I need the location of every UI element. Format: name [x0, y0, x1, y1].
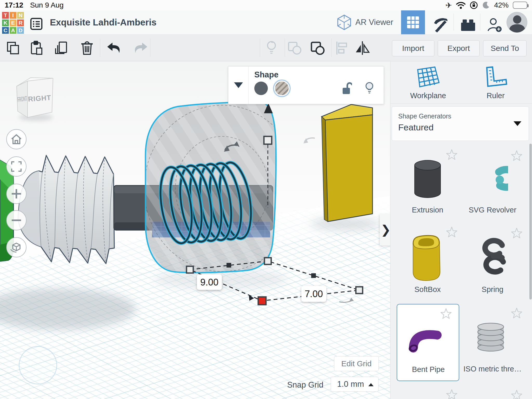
brick-export-button[interactable] [458, 17, 478, 34]
tile-label: Extrusion [396, 206, 459, 214]
redo-button[interactable] [134, 41, 149, 56]
workplane-tool[interactable]: Workplane [406, 66, 450, 100]
viewport-canvas[interactable]: 9.00 7.00 RIGHT FRONT [0, 61, 390, 399]
star-icon[interactable] [511, 228, 522, 240]
design-properties-button[interactable] [29, 17, 44, 31]
shape-tile-softbox[interactable] [407, 233, 445, 284]
group-button[interactable] [287, 41, 302, 56]
shape-generators-dropdown[interactable]: Shape Generators Featured [392, 107, 529, 141]
lego-brick-icon [461, 19, 476, 31]
logo-letter: T [2, 12, 9, 19]
dimension-width[interactable]: 9.00 [197, 274, 222, 290]
group-icon [288, 41, 302, 55]
perspective-toggle-button[interactable] [6, 237, 26, 257]
tile-label: ISO metric thre… [460, 365, 525, 373]
design-title[interactable]: Exquisite Lahdi-Amberis [50, 10, 156, 34]
star-icon[interactable] [446, 389, 457, 399]
shape-tile-bent-pipe-selected[interactable]: Bent Pipe [397, 304, 459, 381]
ortho-cube-icon [10, 242, 23, 253]
logo-letter: C [2, 27, 9, 34]
corner-scale-handle[interactable] [356, 287, 363, 294]
rotate-handle-faded[interactable] [303, 138, 315, 143]
star-icon[interactable] [440, 308, 452, 320]
star-icon[interactable] [511, 390, 522, 399]
divider [100, 38, 100, 57]
solid-color-swatch[interactable] [254, 82, 268, 95]
shapes-sidebar: Workplane Ruler Shape Generators Feature… [390, 61, 532, 399]
tinkercad-logo[interactable]: T I N K E R C A D [2, 12, 24, 34]
align-button[interactable] [334, 41, 349, 56]
edit-grid-button[interactable]: Edit Grid [334, 356, 379, 371]
shape-tile-spring[interactable] [478, 236, 507, 281]
ruler-tool[interactable]: Ruler [474, 66, 518, 100]
show-all-button[interactable] [264, 41, 279, 56]
send-to-button[interactable]: Send To [483, 40, 527, 56]
corner-scale-handle[interactable] [264, 258, 271, 264]
ar-viewer-button[interactable]: AR Viewer [337, 10, 393, 34]
shape-tile-iso-metric-thread[interactable] [474, 317, 508, 358]
tile-label: SVG Revolver [461, 206, 524, 214]
orbit-control[interactable] [19, 346, 57, 384]
divider [285, 38, 285, 57]
paste-button[interactable] [29, 41, 44, 56]
snap-grid-dropdown[interactable]: 1.0 mm [331, 377, 378, 392]
star-icon[interactable] [511, 150, 522, 162]
active-corner-handle-red[interactable] [258, 297, 266, 305]
zoom-out-button[interactable] [6, 210, 26, 230]
collapse-panel-button[interactable] [228, 66, 249, 104]
ar-viewer-label: AR Viewer [355, 18, 393, 27]
edge-scale-handle[interactable] [227, 263, 231, 268]
divider [390, 103, 532, 104]
undo-icon [106, 42, 121, 54]
shape-tile-svg-revolver[interactable] [474, 165, 508, 192]
fit-view-icon [11, 161, 22, 172]
ios-status-bar: 17:12 Sun 9 Aug ✈ 42% [0, 0, 532, 10]
undo-button[interactable] [106, 41, 121, 56]
list-icon [30, 17, 43, 30]
extrusion-thumb [411, 156, 444, 202]
import-button[interactable]: Import [392, 40, 434, 56]
shape-inspector-panel: Shape [228, 66, 384, 104]
scrollbar-thumb[interactable] [529, 144, 532, 300]
mirror-button[interactable] [355, 41, 370, 56]
mirror-icon [355, 41, 370, 55]
star-icon[interactable] [446, 149, 457, 161]
spring-thumb [478, 236, 507, 280]
transparent-material-swatch-selected[interactable] [275, 82, 289, 95]
home-view-button[interactable] [6, 129, 26, 149]
delete-button[interactable] [79, 41, 95, 56]
avatar[interactable] [507, 12, 527, 33]
shapes-panel-toggle-button[interactable] [401, 10, 425, 34]
divider [480, 14, 480, 31]
ar-cube-icon [337, 15, 352, 30]
duplicate-button[interactable] [54, 41, 69, 56]
logo-letter: R [17, 19, 24, 26]
divider [454, 14, 454, 31]
copy-button[interactable] [6, 41, 21, 56]
invite-collaborator-button[interactable] [485, 16, 504, 34]
edge-scale-handle[interactable] [311, 273, 316, 278]
divider [260, 38, 260, 57]
duplicate-icon [54, 41, 68, 55]
svg-revolver-thumb [474, 165, 508, 191]
dimension-depth[interactable]: 7.00 [301, 286, 326, 302]
ungroup-button[interactable] [310, 41, 325, 56]
star-icon[interactable] [446, 227, 457, 238]
corner-scale-handle[interactable] [187, 266, 193, 273]
caret-up-icon [368, 383, 374, 386]
export-button[interactable]: Export [438, 40, 480, 56]
screw-shape[interactable] [18, 155, 114, 264]
yellow-box-shape[interactable] [322, 104, 373, 222]
unlock-icon[interactable] [342, 82, 352, 95]
view-cube[interactable]: RIGHT FRONT [17, 78, 53, 121]
lightbulb-icon[interactable] [364, 82, 374, 95]
shape-panel-title: Shape [254, 70, 378, 79]
divider [331, 38, 332, 57]
fit-view-button[interactable] [6, 156, 26, 177]
minecraft-export-button[interactable] [431, 17, 451, 34]
star-icon[interactable] [511, 308, 522, 320]
shape-tile-extrusion[interactable] [411, 156, 444, 203]
chevron-down-icon [234, 82, 243, 88]
height-scale-handle[interactable] [264, 136, 272, 144]
zoom-in-button[interactable] [6, 184, 26, 204]
